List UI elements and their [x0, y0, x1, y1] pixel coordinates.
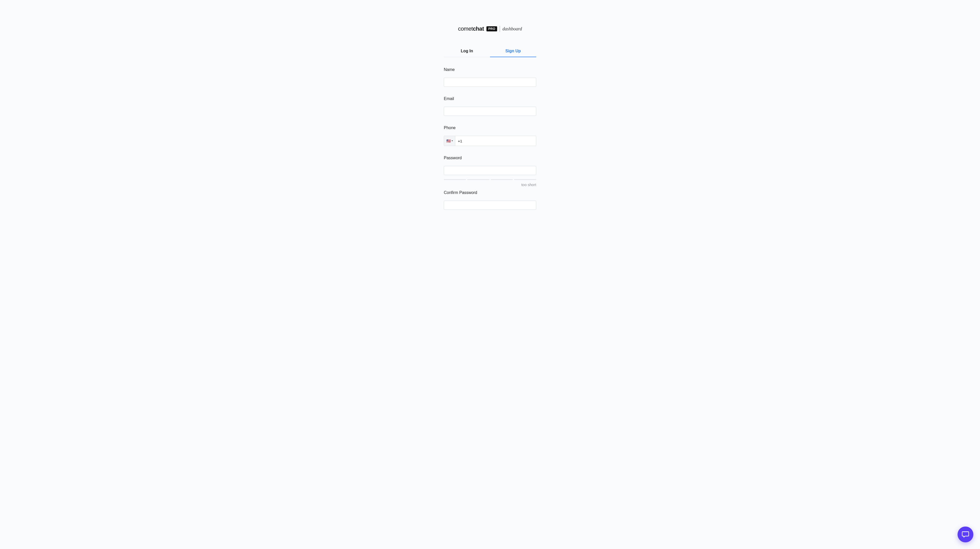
logo-separator [500, 26, 500, 32]
email-label: Email [444, 97, 536, 101]
field-name: Name [444, 67, 536, 87]
password-strength-bar [514, 179, 536, 180]
name-label: Name [444, 67, 536, 72]
field-email: Email [444, 97, 536, 116]
brand-logo: cometchat PRO dashboard [458, 25, 522, 32]
phone-country-selector[interactable]: 🇺🇸 [444, 136, 455, 146]
signup-page: cometchat PRO dashboard Log In Sign Up N… [0, 0, 980, 549]
tab-login[interactable]: Log In [444, 46, 490, 57]
chat-launcher-button[interactable] [958, 527, 974, 543]
brand-name: cometchat [458, 25, 484, 32]
phone-input-group: 🇺🇸 [444, 136, 536, 146]
phone-input[interactable] [455, 136, 536, 146]
field-password: Password too short [444, 156, 536, 187]
brand-name-bold: chat [473, 25, 484, 32]
name-input[interactable] [444, 78, 536, 87]
confirm-password-input[interactable] [444, 201, 536, 210]
field-confirm-password: Confirm Password [444, 190, 536, 210]
password-strength-bar [444, 179, 466, 180]
dashboard-label: dashboard [503, 26, 522, 32]
password-strength-bar [467, 179, 490, 180]
email-input[interactable] [444, 107, 536, 116]
field-phone: Phone 🇺🇸 [444, 126, 536, 146]
chat-bubble-icon [962, 531, 969, 538]
tab-signup[interactable]: Sign Up [490, 46, 536, 57]
phone-label: Phone [444, 126, 536, 130]
chevron-down-icon [452, 140, 453, 142]
password-strength-meter [444, 179, 536, 180]
password-input[interactable] [444, 166, 536, 175]
password-strength-bar [491, 179, 513, 180]
auth-card: Log In Sign Up Name Email Phone 🇺🇸 [444, 46, 536, 210]
confirm-password-label: Confirm Password [444, 190, 536, 195]
brand-name-light: comet [458, 25, 473, 32]
pro-badge: PRO [487, 26, 497, 32]
password-label: Password [444, 156, 536, 160]
us-flag-icon: 🇺🇸 [446, 139, 451, 143]
auth-tabs: Log In Sign Up [444, 46, 536, 57]
password-strength-hint: too short [444, 183, 536, 187]
